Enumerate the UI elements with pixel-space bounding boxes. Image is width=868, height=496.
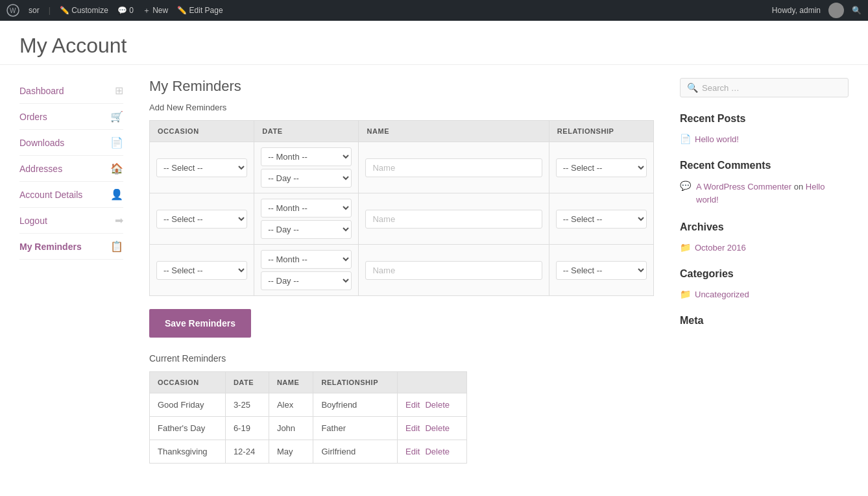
row-name: John bbox=[269, 417, 313, 440]
admin-bar-comments[interactable]: 💬 0 bbox=[117, 6, 134, 15]
commenter-link[interactable]: A WordPress Commenter bbox=[696, 182, 791, 192]
row-occasion: Father's Day bbox=[150, 417, 226, 440]
category-link[interactable]: Uncategorized bbox=[695, 290, 749, 299]
row-name: May bbox=[269, 440, 313, 464]
col-header-occasion: OCCASION bbox=[150, 121, 254, 142]
nav-item-orders[interactable]: Orders 🛒 bbox=[19, 104, 123, 130]
sidebar: 🔍 Recent Posts 📄 Hello world! Recent Com… bbox=[680, 78, 849, 464]
day-select-2[interactable]: -- Day -- bbox=[261, 220, 352, 239]
row-relationship: Boyfriend bbox=[313, 393, 398, 417]
nav-item-dashboard[interactable]: Dashboard ⊞ bbox=[19, 78, 123, 104]
edit-link[interactable]: Edit bbox=[405, 400, 420, 410]
post-icon: 📄 bbox=[680, 134, 691, 144]
row-occasion: Thanksgiving bbox=[150, 440, 226, 464]
name-input-1[interactable] bbox=[365, 158, 542, 177]
edit-link[interactable]: Edit bbox=[405, 423, 420, 433]
categories-section: Categories 📁 Uncategorized bbox=[680, 268, 849, 299]
row-actions: Edit Delete bbox=[398, 393, 467, 417]
month-select-1[interactable]: -- Month -- bbox=[261, 147, 352, 166]
delete-link[interactable]: Delete bbox=[425, 423, 450, 433]
nav-label-addresses: Addresses bbox=[19, 164, 62, 174]
row-relationship: Father bbox=[313, 417, 398, 440]
row-name: Alex bbox=[269, 393, 313, 417]
curr-col-actions bbox=[398, 372, 467, 393]
recent-comments-title: Recent Comments bbox=[680, 160, 849, 171]
search-input[interactable] bbox=[702, 83, 841, 93]
col-header-relationship: RELATIONSHIP bbox=[549, 121, 653, 142]
admin-bar-edit-page[interactable]: ✏️ Edit Page bbox=[177, 6, 223, 15]
admin-bar-sep-1: | bbox=[49, 6, 51, 15]
table-row: Thanksgiving 12-24 May Girlfriend Edit D… bbox=[150, 440, 467, 464]
col-header-name: NAME bbox=[359, 121, 549, 142]
occasion-select-1[interactable]: -- Select -- bbox=[156, 158, 247, 177]
current-reminders-label: Current Reminders bbox=[149, 353, 654, 364]
nav-label-logout: Logout bbox=[19, 216, 47, 226]
folder-icon: 📁 bbox=[680, 242, 691, 253]
date-selects-3: -- Month -- -- Day -- bbox=[261, 250, 352, 290]
relationship-select-1[interactable]: -- Select -- bbox=[556, 158, 647, 177]
delete-link[interactable]: Delete bbox=[425, 447, 450, 456]
row-date: 3-25 bbox=[225, 393, 269, 417]
recent-comments-section: Recent Comments 💬 A WordPress Commenter … bbox=[680, 160, 849, 206]
comment-on: on bbox=[794, 182, 806, 192]
month-select-3[interactable]: -- Month -- bbox=[261, 250, 352, 269]
search-button[interactable]: 🔍 bbox=[687, 82, 698, 93]
table-row: Good Friday 3-25 Alex Boyfriend Edit Del… bbox=[150, 393, 467, 417]
page-title: My Account bbox=[0, 21, 868, 65]
logout-icon: ➡ bbox=[115, 214, 123, 227]
table-row: -- Select -- -- Month -- -- Day -- bbox=[150, 193, 654, 245]
table-row: -- Select -- -- Month -- -- Day -- bbox=[150, 245, 654, 296]
delete-link[interactable]: Delete bbox=[425, 400, 450, 410]
relationship-select-3[interactable]: -- Select -- bbox=[556, 261, 647, 280]
current-reminders-table: OCCASION DATE NAME RELATIONSHIP Good Fri… bbox=[149, 371, 467, 464]
save-reminders-button[interactable]: Save Reminders bbox=[149, 309, 251, 338]
nav-item-logout[interactable]: Logout ➡ bbox=[19, 208, 123, 234]
meta-section: Meta bbox=[680, 315, 849, 327]
admin-bar-howdy: Howdy, admin bbox=[772, 6, 821, 15]
nav-label-account-details: Account Details bbox=[19, 190, 82, 200]
row-actions: Edit Delete bbox=[398, 417, 467, 440]
nav-label-dashboard: Dashboard bbox=[19, 86, 64, 96]
table-row: Father's Day 6-19 John Father Edit Delet… bbox=[150, 417, 467, 440]
addresses-icon: 🏠 bbox=[110, 162, 123, 175]
add-new-label: Add New Reminders bbox=[149, 103, 654, 112]
date-selects-2: -- Month -- -- Day -- bbox=[261, 199, 352, 239]
name-input-2[interactable] bbox=[365, 210, 542, 229]
nav-item-downloads[interactable]: Downloads 📄 bbox=[19, 130, 123, 156]
curr-col-relationship: RELATIONSHIP bbox=[313, 372, 398, 393]
admin-bar-customize[interactable]: ✏️ Customize bbox=[60, 6, 108, 15]
archive-link[interactable]: October 2016 bbox=[695, 243, 746, 253]
recent-post-link[interactable]: Hello world! bbox=[695, 134, 739, 144]
day-select-1[interactable]: -- Day -- bbox=[261, 169, 352, 188]
nav-item-addresses[interactable]: Addresses 🏠 bbox=[19, 156, 123, 182]
admin-avatar bbox=[828, 3, 844, 18]
table-row: -- Select -- -- Month -- -- Day -- bbox=[150, 142, 654, 193]
nav-item-account-details[interactable]: Account Details 👤 bbox=[19, 182, 123, 208]
comment-icon: 💬 bbox=[680, 180, 691, 191]
row-date: 12-24 bbox=[225, 440, 269, 464]
occasion-select-3[interactable]: -- Select -- bbox=[156, 261, 247, 280]
admin-bar-search-icon[interactable]: 🔍 bbox=[852, 6, 862, 15]
dashboard-icon: ⊞ bbox=[115, 84, 123, 97]
category-folder-icon: 📁 bbox=[680, 289, 691, 299]
edit-link[interactable]: Edit bbox=[405, 447, 420, 456]
nav-item-my-reminders[interactable]: My Reminders 📋 bbox=[19, 234, 123, 260]
month-select-2[interactable]: -- Month -- bbox=[261, 199, 352, 217]
date-selects-1: -- Month -- -- Day -- bbox=[261, 147, 352, 188]
occasion-select-2[interactable]: -- Select -- bbox=[156, 210, 247, 229]
nav-label-orders: Orders bbox=[19, 112, 47, 122]
reminders-title: My Reminders bbox=[149, 78, 654, 95]
relationship-select-2[interactable]: -- Select -- bbox=[556, 210, 647, 229]
row-date: 6-19 bbox=[225, 417, 269, 440]
admin-bar-site-name[interactable]: sor bbox=[29, 6, 40, 15]
search-box: 🔍 bbox=[680, 78, 849, 97]
name-input-3[interactable] bbox=[365, 261, 542, 280]
recent-posts-title: Recent Posts bbox=[680, 113, 849, 125]
curr-col-occasion: OCCASION bbox=[150, 372, 226, 393]
day-select-3[interactable]: -- Day -- bbox=[261, 271, 352, 290]
col-header-date: DATE bbox=[254, 121, 359, 142]
admin-bar-new[interactable]: ＋ New bbox=[143, 5, 168, 16]
account-details-icon: 👤 bbox=[110, 188, 123, 201]
archives-title: Archives bbox=[680, 221, 849, 233]
account-nav: Dashboard ⊞ Orders 🛒 Downloads 📄 Address… bbox=[19, 78, 123, 451]
